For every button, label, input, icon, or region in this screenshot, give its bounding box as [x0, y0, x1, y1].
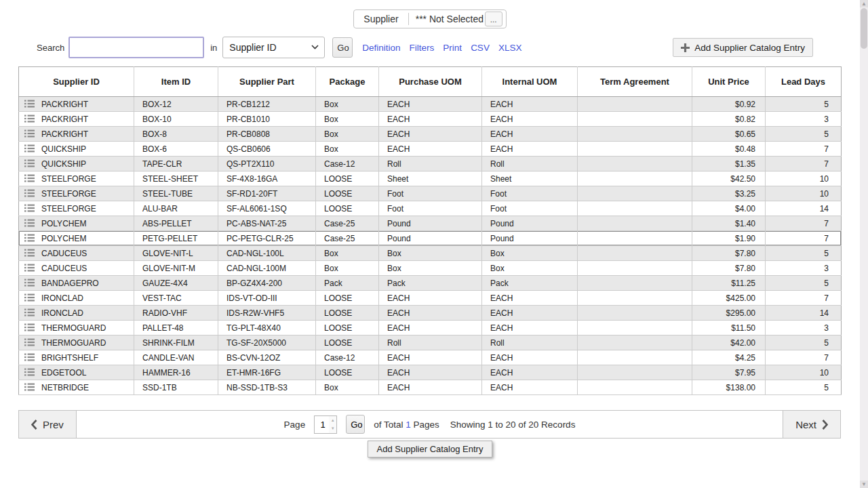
page-input-wrap: ▲▼ — [314, 415, 337, 434]
table-row[interactable]: IRONCLADVEST-TACIDS-VT-OD-IIILOOSEEACHEA… — [19, 291, 842, 306]
table-row[interactable]: THERMOGUARDPALLET-48TG-PLT-48X40LOOSEEAC… — [19, 321, 842, 336]
search-toolbar: Search in Supplier ID Go Definition Filt… — [37, 37, 813, 58]
page-label: Page — [284, 420, 306, 430]
table-row[interactable]: QUICKSHIPBOX-6QS-CB0606BoxEACHEACH$0.487 — [19, 142, 842, 157]
row-menu-icon[interactable] — [24, 264, 35, 272]
cell-purchase-uom: Roll — [379, 336, 482, 350]
add-supplier-catalog-entry-button-bottom[interactable]: Add Supplier Catalog Entry — [368, 441, 493, 458]
cell-unit-price: $425.00 — [692, 291, 766, 306]
filters-link[interactable]: Filters — [410, 43, 435, 53]
table-row[interactable]: PACKRIGHTBOX-8PR-CB0808BoxEACHEACH$0.655 — [19, 127, 842, 142]
cell-item-id: ALU-BAR — [134, 201, 218, 216]
row-menu-icon[interactable] — [24, 323, 35, 331]
cell-supplier-part: IDS-R2W-VHF5 — [218, 306, 316, 321]
cell-lead-days: 5 — [766, 380, 842, 395]
table-row[interactable]: CADUCEUSGLOVE-NIT-MCAD-NGL-100MBoxBoxBox… — [19, 261, 842, 276]
prev-page-button[interactable]: Prev — [19, 411, 77, 438]
row-menu-icon[interactable] — [24, 368, 35, 376]
row-menu-icon[interactable] — [24, 279, 35, 287]
row-menu-icon[interactable] — [24, 115, 35, 123]
csv-link[interactable]: CSV — [471, 43, 490, 53]
table-row[interactable]: STEELFORGESTEEL-SHEETSF-4X8-16GALOOSEShe… — [19, 171, 842, 186]
col-header-package[interactable]: Package — [316, 67, 379, 97]
cell-purchase-uom: Foot — [379, 186, 482, 201]
cell-internal-uom: EACH — [482, 306, 578, 321]
table-row[interactable]: EDGETOOLHAMMER-16ET-HMR-16FGLOOSEEACHEAC… — [19, 365, 842, 380]
cell-term-agreement — [578, 350, 692, 365]
table-row[interactable]: PACKRIGHTBOX-10PR-CB1010BoxEACHEACH$0.82… — [19, 112, 842, 127]
row-menu-icon[interactable] — [24, 219, 35, 227]
supplier-picker-button[interactable]: ... — [485, 12, 502, 26]
row-menu-icon[interactable] — [24, 234, 35, 242]
scrollbar-thumb[interactable] — [861, 8, 867, 49]
table-row[interactable]: NETBRIDGESSD-1TBNB-SSD-1TB-S3BoxEACHEACH… — [19, 380, 842, 395]
row-menu-icon[interactable] — [24, 293, 35, 302]
scrollbar[interactable]: ▲ ▼ — [860, 0, 868, 488]
search-go-button[interactable]: Go — [332, 37, 353, 58]
cell-supplier-id: BRIGHTSHELF — [19, 350, 134, 365]
cell-item-id: GLOVE-NIT-L — [134, 246, 218, 261]
print-link[interactable]: Print — [443, 43, 462, 53]
cell-internal-uom: EACH — [482, 365, 578, 380]
col-header-unit-price[interactable]: Unit Price — [692, 67, 766, 97]
prev-button-label: Prev — [43, 419, 64, 430]
row-menu-icon[interactable] — [24, 144, 35, 152]
cell-supplier-id: THERMOGUARD — [19, 336, 134, 350]
col-header-supplier-id[interactable]: Supplier ID — [19, 67, 134, 97]
row-menu-icon[interactable] — [24, 129, 35, 138]
table-row[interactable]: STEELFORGESTEEL-TUBESF-RD1-20FTLOOSEFoot… — [19, 186, 842, 201]
cell-item-id: SSD-1TB — [134, 380, 218, 395]
page-input-spinner[interactable]: ▲▼ — [329, 416, 336, 433]
supplier-selector-label: Supplier — [354, 14, 408, 24]
table-row[interactable]: POLYCHEMABS-PELLETPC-ABS-NAT-25Case-25Po… — [19, 216, 842, 231]
row-menu-icon[interactable] — [24, 189, 35, 197]
table-row[interactable]: PACKRIGHTBOX-12PR-CB1212BoxEACHEACH$0.92… — [19, 97, 842, 112]
scroll-up-button[interactable]: ▲ — [860, 0, 868, 7]
cell-supplier-id-text: EDGETOOL — [41, 368, 86, 378]
col-header-internal-uom[interactable]: Internal UOM — [482, 67, 578, 97]
cell-term-agreement — [578, 321, 692, 336]
table-row[interactable]: BRIGHTSHELFCANDLE-VANBS-CVN-12OZCase-12E… — [19, 350, 842, 365]
table-row[interactable]: QUICKSHIPTAPE-CLRQS-PT2X110Case-12RollRo… — [19, 157, 842, 171]
table-row[interactable]: BANDAGEPROGAUZE-4X4BP-GZ4X4-200PackPackP… — [19, 276, 842, 291]
chevron-right-icon — [822, 420, 828, 430]
xlsx-link[interactable]: XLSX — [498, 43, 522, 53]
supplier-catalog-page: Supplier *** Not Selected ... Search in … — [0, 0, 860, 488]
table-row[interactable]: THERMOGUARDSHRINK-FILMTG-SF-20X5000LOOSE… — [19, 336, 842, 350]
col-header-item-id[interactable]: Item ID — [134, 67, 218, 97]
cell-term-agreement — [578, 380, 692, 395]
spinner-up-icon[interactable]: ▲ — [329, 416, 336, 425]
cell-lead-days: 7 — [766, 157, 842, 171]
definition-link[interactable]: Definition — [362, 43, 400, 53]
supplier-selector[interactable]: Supplier *** Not Selected ... — [353, 9, 506, 28]
col-header-supplier-part[interactable]: Supplier Part — [218, 67, 316, 97]
add-supplier-catalog-entry-button-top[interactable]: Add Supplier Catalog Entry — [673, 38, 813, 57]
row-menu-icon[interactable] — [24, 353, 35, 361]
table-row[interactable]: STEELFORGEALU-BARSF-AL6061-1SQLOOSEFootF… — [19, 201, 842, 216]
cell-supplier-id-text: BANDAGEPRO — [41, 279, 99, 288]
table-row[interactable]: POLYCHEMPETG-PELLETPC-PETG-CLR-25Case-25… — [19, 231, 842, 246]
spinner-down-icon[interactable]: ▼ — [329, 424, 336, 433]
row-menu-icon[interactable] — [24, 308, 35, 317]
scroll-down-button[interactable]: ▼ — [860, 481, 868, 488]
col-header-lead-days[interactable]: Lead Days — [766, 67, 842, 97]
row-menu-icon[interactable] — [24, 338, 35, 346]
row-menu-icon[interactable] — [24, 249, 35, 257]
cell-supplier-id: STEELFORGE — [19, 186, 134, 201]
table-row[interactable]: IRONCLADRADIO-VHFIDS-R2W-VHF5LOOSEEACHEA… — [19, 306, 842, 321]
next-page-button[interactable]: Next — [783, 411, 840, 438]
col-header-term-agreement[interactable]: Term Agreement — [578, 67, 692, 97]
cell-unit-price: $0.82 — [692, 112, 766, 127]
cell-supplier-id: QUICKSHIP — [19, 157, 134, 171]
page-go-button[interactable]: Go — [346, 415, 365, 434]
cell-purchase-uom: Box — [379, 261, 482, 276]
search-input[interactable] — [68, 37, 204, 58]
table-row[interactable]: CADUCEUSGLOVE-NIT-LCAD-NGL-100LBoxBoxBox… — [19, 246, 842, 261]
row-menu-icon[interactable] — [24, 174, 35, 182]
search-field-select[interactable]: Supplier ID — [222, 37, 325, 58]
row-menu-icon[interactable] — [24, 159, 35, 167]
row-menu-icon[interactable] — [24, 383, 35, 391]
col-header-purchase-uom[interactable]: Purchase UOM — [379, 67, 482, 97]
row-menu-icon[interactable] — [24, 100, 35, 108]
row-menu-icon[interactable] — [24, 204, 35, 212]
